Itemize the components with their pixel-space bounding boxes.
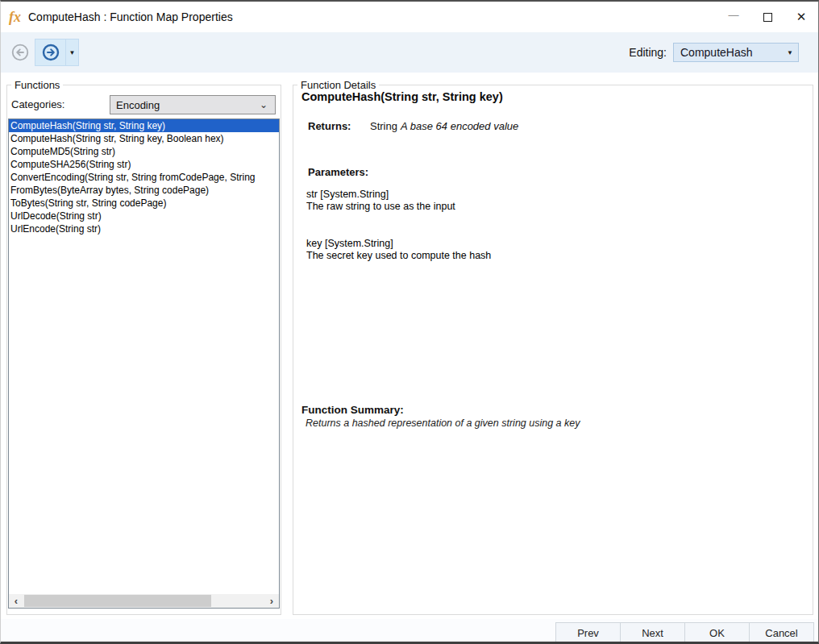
chevron-down-icon: ▼ [787,49,793,56]
maximize-button[interactable] [750,2,784,32]
functions-panel: Functions Categories: Encoding ⌄ Compute… [6,85,281,615]
forward-arrow-icon [42,44,60,61]
parameter-name: key [System.String] [306,238,491,250]
editing-label: Editing: [629,46,667,59]
back-button[interactable] [11,44,29,61]
function-list-item[interactable]: UrlEncode(String str) [9,222,279,235]
footer-buttons: Prev Next OK Cancel [556,622,814,644]
function-list-item[interactable]: UrlDecode(String str) [9,210,279,222]
function-list-item[interactable]: ConvertEncoding(String str, String fromC… [9,171,279,184]
scrollbar-thumb[interactable] [24,595,211,607]
returns-label: Returns: [308,120,370,132]
functions-panel-title: Functions [11,79,63,91]
function-summary-text: Returns a hashed representation of a giv… [306,418,580,429]
parameter-entry: str [System.String] The raw string to us… [306,189,455,213]
close-button[interactable]: ✕ [784,2,818,32]
horizontal-scrollbar[interactable]: ‹ › [9,594,279,608]
prev-button[interactable]: Prev [555,622,621,644]
cancel-button[interactable]: Cancel [749,622,814,644]
parameter-description: The secret key used to compute the hash [306,250,491,262]
function-list-item[interactable]: FromBytes(ByteArray bytes, String codePa… [9,184,279,197]
returns-type: String [370,120,401,132]
parameter-entry: key [System.String] The secret key used … [306,238,491,262]
function-list-item[interactable]: ToBytes(String str, String codePage) [9,197,279,210]
forward-button[interactable] [35,39,65,65]
forward-split-button: ▼ [35,39,79,66]
dialog-window: fx ComputeHash : Function Map Properties… [0,0,819,644]
editing-area: Editing: ComputeHash ▼ [629,43,799,62]
categories-dropdown-value: Encoding [116,99,160,111]
scroll-left-icon[interactable]: ‹ [9,594,23,608]
editing-dropdown-value: ComputeHash [680,46,753,59]
parameter-name: str [System.String] [306,189,455,201]
close-icon: ✕ [796,10,807,24]
window-title: ComputeHash : Function Map Properties [28,10,233,23]
parameters-label: Parameters: [308,166,368,178]
editing-dropdown[interactable]: ComputeHash ▼ [673,43,799,62]
next-button[interactable]: Next [620,622,685,644]
scroll-right-icon[interactable]: › [264,594,279,608]
categories-dropdown[interactable]: Encoding ⌄ [110,95,276,114]
minimize-button[interactable]: — [717,2,750,32]
function-details-panel: Function Details ComputeHash(String str,… [293,85,813,615]
function-summary-label: Function Summary: [301,404,404,416]
returns-row: Returns: String A base 64 encoded value [308,120,518,132]
function-signature-heading: ComputeHash(String str, String key) [301,90,503,103]
function-list-item[interactable]: ComputeSHA256(String str) [9,158,279,171]
parameter-description: The raw string to use as the input [306,201,455,213]
function-list: ComputeHash(String str, String key) Comp… [8,118,280,609]
toolbar: ▼ Editing: ComputeHash ▼ [1,32,818,73]
forward-dropdown-button[interactable]: ▼ [66,39,78,65]
chevron-down-icon: ▼ [69,49,76,56]
maximize-icon [763,13,772,22]
function-list-item[interactable]: ComputeHash(String str, String key) [9,119,279,132]
minimize-icon: — [729,9,739,21]
function-list-item[interactable]: ComputeMD5(String str) [9,145,279,158]
ok-button[interactable]: OK [684,622,750,644]
window-controls: — ✕ [717,2,818,32]
function-details-title: Function Details [297,79,379,91]
title-bar: fx ComputeHash : Function Map Properties… [1,2,818,32]
function-list-item[interactable]: ComputeHash(String str, String key, Bool… [9,132,279,145]
categories-label: Categories: [11,98,64,110]
fx-app-icon: fx [9,10,21,24]
returns-description: A base 64 encoded value [401,120,518,132]
